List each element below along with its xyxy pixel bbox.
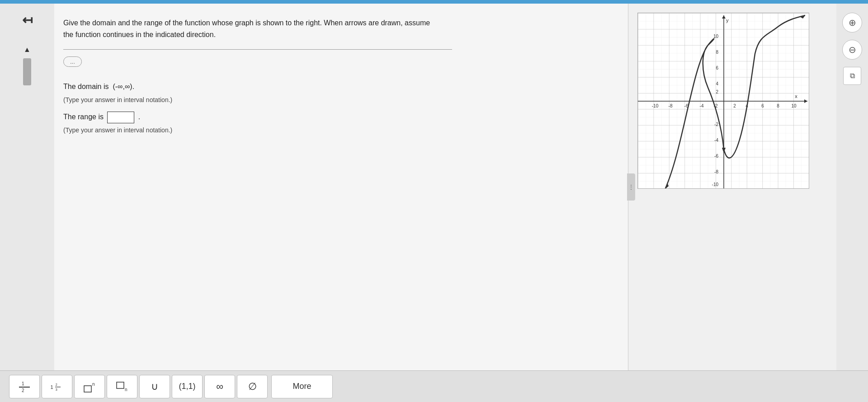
svg-text:6: 6 [761,103,764,108]
scroll-thumb[interactable] [23,58,31,85]
svg-text:n: n [92,382,95,387]
top-accent-bar [0,0,868,4]
svg-text:2: 2 [733,103,736,108]
svg-text:-10: -10 [712,182,719,187]
interval-button[interactable]: (1,1) [172,375,203,398]
y-label: y [726,18,729,23]
more-label: More [292,382,311,391]
range-label: The range is [63,113,104,121]
svg-text:2: 2 [716,89,718,94]
domain-value: (-∞,∞). [111,80,134,93]
svg-text:-8: -8 [669,103,673,108]
svg-text:10: 10 [791,103,797,108]
domain-hint: (Type your answer in interval notation.) [63,96,610,103]
interval-icon: (1,1) [179,382,195,391]
union-icon: ∪ [151,381,158,393]
divider [63,49,452,50]
svg-text:3: 3 [56,387,57,391]
left-navigation: ↤ ▲ [0,4,54,370]
subscript-button[interactable]: n [107,375,137,398]
x-label: x [795,93,797,99]
svg-text:2: 2 [22,388,24,393]
svg-text:6: 6 [716,65,718,70]
subscript-icon: n [115,379,129,394]
dots-button[interactable]: ... [63,56,82,67]
svg-text:2: 2 [56,382,57,386]
fraction-button[interactable]: 1 2 [9,375,40,398]
back-button[interactable]: ↤ [22,13,33,28]
graph-area: x 10 8 6 4 -10 -8 -6 -4 -2 2 y 10 8 6 4 … [628,4,836,370]
external-link-button[interactable]: ⧉ [843,67,861,85]
svg-rect-38 [117,382,124,388]
svg-text:8: 8 [777,103,779,108]
infinity-icon: ∞ [216,381,223,393]
empty-set-icon: ∅ [248,381,257,393]
zoom-out-button[interactable]: ⊖ [842,40,862,60]
svg-text:10: 10 [713,34,719,39]
infinity-button[interactable]: ∞ [204,375,235,398]
svg-text:-4: -4 [714,138,718,143]
zoom-in-button[interactable]: ⊕ [842,13,862,33]
mixed-fraction-icon: 1 2 3 [50,379,64,394]
external-link-icon: ⧉ [850,72,855,80]
svg-text:1: 1 [51,384,53,389]
right-toolbar: ⊕ ⊖ ⧉ [836,4,868,370]
domain-answer-line: The domain is (-∞,∞). [63,80,610,93]
superscript-button[interactable]: n [74,375,105,398]
union-button[interactable]: ∪ [139,375,170,398]
svg-rect-36 [84,386,91,392]
bottom-toolbar: 1 2 1 2 3 n n ∪ (1,1) ∞ [0,370,868,402]
graph-svg: x 10 8 6 4 -10 -8 -6 -4 -2 2 y 10 8 6 4 … [638,13,809,189]
up-arrow-button[interactable]: ▲ [24,46,31,54]
svg-text:-10: -10 [652,103,659,108]
graph-container: x 10 8 6 4 -10 -8 -6 -4 -2 2 y 10 8 6 4 … [637,13,809,189]
fraction-icon: 1 2 [17,379,32,394]
zoom-in-icon: ⊕ [849,17,856,28]
range-answer-line: The range is . [63,111,610,124]
zoom-out-icon: ⊖ [849,44,856,55]
more-button[interactable]: More [271,375,333,398]
svg-text:n: n [125,387,127,392]
question-area: Give the domain and the range of the fun… [54,4,628,370]
svg-text:-2: -2 [714,122,718,127]
svg-text:-6: -6 [714,154,718,159]
svg-text:4: 4 [716,81,718,86]
range-period: . [138,113,140,121]
svg-text:1: 1 [22,381,24,386]
range-input-box[interactable] [107,112,134,123]
domain-label: The domain is [63,83,109,90]
collapse-panel-button[interactable]: ⋮ [627,173,635,201]
svg-text:-4: -4 [700,103,704,108]
svg-text:8: 8 [716,50,718,55]
svg-text:-8: -8 [714,169,718,174]
mixed-fraction-button[interactable]: 1 2 3 [42,375,72,398]
answer-section: The domain is (-∞,∞). (Type your answer … [63,80,610,134]
range-hint: (Type your answer in interval notation.) [63,126,610,134]
question-text: Give the domain and the range of the fun… [63,17,434,40]
superscript-icon: n [82,379,97,394]
empty-set-button[interactable]: ∅ [237,375,268,398]
